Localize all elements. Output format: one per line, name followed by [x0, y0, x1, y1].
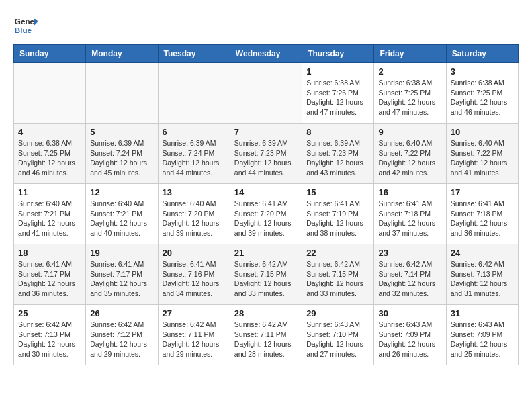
day-info: Sunrise: 6:41 AMSunset: 7:16 PMDaylight:… [163, 259, 226, 299]
day-number: 6 [163, 127, 226, 137]
day-number: 8 [306, 127, 369, 137]
calendar-cell: 4Sunrise: 6:38 AMSunset: 7:25 PMDaylight… [14, 124, 86, 184]
calendar-week-1: 1Sunrise: 6:38 AMSunset: 7:26 PMDaylight… [14, 63, 519, 124]
day-number: 24 [451, 248, 514, 258]
calendar-cell [14, 63, 86, 124]
day-number: 28 [234, 308, 298, 318]
day-number: 17 [451, 187, 514, 197]
calendar-cell: 16Sunrise: 6:41 AMSunset: 7:18 PMDayligh… [374, 184, 446, 244]
calendar-cell: 7Sunrise: 6:39 AMSunset: 7:23 PMDaylight… [230, 124, 302, 184]
day-number: 7 [234, 127, 298, 137]
calendar-cell: 10Sunrise: 6:40 AMSunset: 7:22 PMDayligh… [446, 124, 518, 184]
calendar-cell: 2Sunrise: 6:38 AMSunset: 7:25 PMDaylight… [374, 63, 446, 124]
day-number: 26 [90, 308, 153, 318]
day-number: 22 [306, 248, 369, 258]
calendar-cell [158, 63, 230, 124]
calendar-cell: 1Sunrise: 6:38 AMSunset: 7:26 PMDaylight… [302, 63, 374, 124]
calendar-table: SundayMondayTuesdayWednesdayThursdayFrid… [13, 44, 519, 365]
calendar-header-thursday: Thursday [302, 45, 374, 63]
day-number: 16 [378, 187, 441, 197]
day-info: Sunrise: 6:42 AMSunset: 7:13 PMDaylight:… [18, 320, 81, 359]
svg-text:Blue: Blue [15, 26, 32, 34]
day-info: Sunrise: 6:39 AMSunset: 7:23 PMDaylight:… [234, 138, 298, 178]
calendar-week-3: 11Sunrise: 6:40 AMSunset: 7:21 PMDayligh… [14, 184, 519, 244]
day-number: 10 [451, 127, 514, 137]
day-number: 23 [378, 248, 441, 258]
calendar-cell: 13Sunrise: 6:40 AMSunset: 7:20 PMDayligh… [158, 184, 230, 244]
day-info: Sunrise: 6:42 AMSunset: 7:12 PMDaylight:… [90, 320, 153, 359]
day-info: Sunrise: 6:42 AMSunset: 7:15 PMDaylight:… [234, 259, 298, 299]
day-number: 13 [163, 187, 226, 197]
calendar-header-row: SundayMondayTuesdayWednesdayThursdayFrid… [14, 45, 519, 63]
day-number: 20 [163, 248, 226, 258]
day-info: Sunrise: 6:42 AMSunset: 7:11 PMDaylight:… [163, 320, 226, 359]
calendar-cell: 27Sunrise: 6:42 AMSunset: 7:11 PMDayligh… [158, 305, 230, 365]
calendar-header-wednesday: Wednesday [230, 45, 302, 63]
calendar-cell: 25Sunrise: 6:42 AMSunset: 7:13 PMDayligh… [14, 305, 86, 365]
day-info: Sunrise: 6:41 AMSunset: 7:18 PMDaylight:… [451, 199, 514, 238]
day-info: Sunrise: 6:40 AMSunset: 7:22 PMDaylight:… [378, 138, 441, 178]
day-info: Sunrise: 6:42 AMSunset: 7:13 PMDaylight:… [451, 259, 514, 299]
calendar-cell: 18Sunrise: 6:41 AMSunset: 7:17 PMDayligh… [14, 244, 86, 305]
calendar-cell: 17Sunrise: 6:41 AMSunset: 7:18 PMDayligh… [446, 184, 518, 244]
day-number: 15 [306, 187, 369, 197]
day-number: 12 [90, 187, 153, 197]
day-info: Sunrise: 6:38 AMSunset: 7:25 PMDaylight:… [378, 78, 441, 118]
day-info: Sunrise: 6:41 AMSunset: 7:17 PMDaylight:… [18, 259, 81, 299]
calendar-body: 1Sunrise: 6:38 AMSunset: 7:26 PMDaylight… [14, 63, 519, 365]
day-number: 11 [18, 187, 81, 197]
day-number: 14 [234, 187, 298, 197]
day-info: Sunrise: 6:40 AMSunset: 7:22 PMDaylight:… [451, 138, 514, 178]
calendar-cell: 12Sunrise: 6:40 AMSunset: 7:21 PMDayligh… [86, 184, 158, 244]
day-info: Sunrise: 6:43 AMSunset: 7:09 PMDaylight:… [451, 320, 514, 359]
calendar-cell: 15Sunrise: 6:41 AMSunset: 7:19 PMDayligh… [302, 184, 374, 244]
calendar-cell: 21Sunrise: 6:42 AMSunset: 7:15 PMDayligh… [230, 244, 302, 305]
day-info: Sunrise: 6:39 AMSunset: 7:23 PMDaylight:… [306, 138, 369, 178]
calendar-cell: 20Sunrise: 6:41 AMSunset: 7:16 PMDayligh… [158, 244, 230, 305]
day-info: Sunrise: 6:42 AMSunset: 7:14 PMDaylight:… [378, 259, 441, 299]
day-info: Sunrise: 6:41 AMSunset: 7:18 PMDaylight:… [378, 199, 441, 238]
calendar-cell: 6Sunrise: 6:39 AMSunset: 7:24 PMDaylight… [158, 124, 230, 184]
calendar-cell: 3Sunrise: 6:38 AMSunset: 7:25 PMDaylight… [446, 63, 518, 124]
day-info: Sunrise: 6:39 AMSunset: 7:24 PMDaylight:… [163, 138, 226, 178]
calendar-week-5: 25Sunrise: 6:42 AMSunset: 7:13 PMDayligh… [14, 305, 519, 365]
calendar-cell: 31Sunrise: 6:43 AMSunset: 7:09 PMDayligh… [446, 305, 518, 365]
calendar-cell: 30Sunrise: 6:43 AMSunset: 7:09 PMDayligh… [374, 305, 446, 365]
calendar-header-saturday: Saturday [446, 45, 518, 63]
calendar-cell: 29Sunrise: 6:43 AMSunset: 7:10 PMDayligh… [302, 305, 374, 365]
calendar-cell: 22Sunrise: 6:42 AMSunset: 7:15 PMDayligh… [302, 244, 374, 305]
page-header: General Blue [13, 13, 519, 38]
day-number: 2 [378, 66, 441, 77]
day-number: 5 [90, 127, 153, 137]
day-info: Sunrise: 6:43 AMSunset: 7:10 PMDaylight:… [306, 320, 369, 359]
day-info: Sunrise: 6:38 AMSunset: 7:25 PMDaylight:… [18, 138, 81, 178]
day-info: Sunrise: 6:38 AMSunset: 7:25 PMDaylight:… [451, 78, 514, 118]
calendar-cell: 14Sunrise: 6:41 AMSunset: 7:20 PMDayligh… [230, 184, 302, 244]
day-info: Sunrise: 6:41 AMSunset: 7:19 PMDaylight:… [306, 199, 369, 238]
day-number: 19 [90, 248, 153, 258]
calendar-cell: 28Sunrise: 6:42 AMSunset: 7:11 PMDayligh… [230, 305, 302, 365]
calendar-cell: 9Sunrise: 6:40 AMSunset: 7:22 PMDaylight… [374, 124, 446, 184]
day-info: Sunrise: 6:40 AMSunset: 7:21 PMDaylight:… [90, 199, 153, 238]
day-info: Sunrise: 6:42 AMSunset: 7:15 PMDaylight:… [306, 259, 369, 299]
day-number: 3 [451, 66, 514, 77]
day-number: 31 [451, 308, 514, 318]
calendar-cell [230, 63, 302, 124]
day-number: 1 [306, 66, 369, 77]
day-info: Sunrise: 6:39 AMSunset: 7:24 PMDaylight:… [90, 138, 153, 178]
day-info: Sunrise: 6:38 AMSunset: 7:26 PMDaylight:… [306, 78, 369, 118]
calendar-cell: 23Sunrise: 6:42 AMSunset: 7:14 PMDayligh… [374, 244, 446, 305]
calendar-cell: 8Sunrise: 6:39 AMSunset: 7:23 PMDaylight… [302, 124, 374, 184]
day-info: Sunrise: 6:41 AMSunset: 7:17 PMDaylight:… [90, 259, 153, 299]
calendar-header-sunday: Sunday [14, 45, 86, 63]
day-number: 29 [306, 308, 369, 318]
calendar-header-friday: Friday [374, 45, 446, 63]
calendar-cell: 24Sunrise: 6:42 AMSunset: 7:13 PMDayligh… [446, 244, 518, 305]
day-number: 30 [378, 308, 441, 318]
day-info: Sunrise: 6:42 AMSunset: 7:11 PMDaylight:… [234, 320, 298, 359]
day-info: Sunrise: 6:40 AMSunset: 7:20 PMDaylight:… [163, 199, 226, 238]
calendar-cell: 5Sunrise: 6:39 AMSunset: 7:24 PMDaylight… [86, 124, 158, 184]
day-number: 4 [18, 127, 81, 137]
calendar-week-2: 4Sunrise: 6:38 AMSunset: 7:25 PMDaylight… [14, 124, 519, 184]
calendar-week-4: 18Sunrise: 6:41 AMSunset: 7:17 PMDayligh… [14, 244, 519, 305]
